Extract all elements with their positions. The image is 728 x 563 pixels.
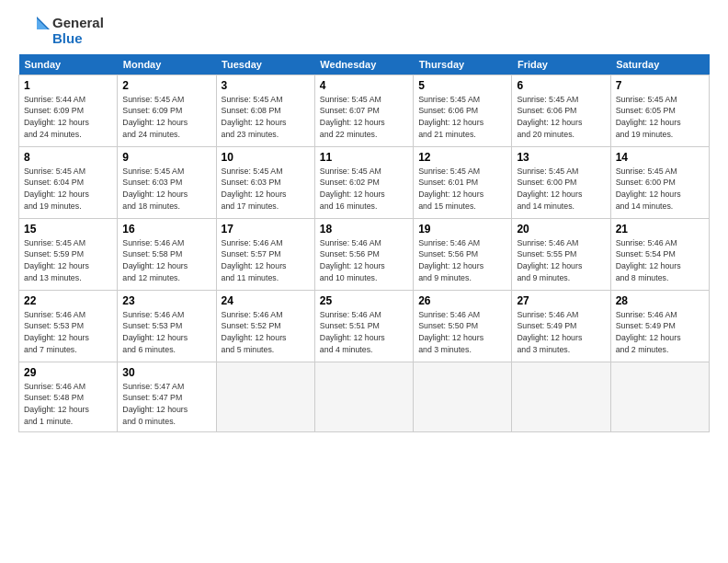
day-cell: 29Sunrise: 5:46 AMSunset: 5:48 PMDayligh… [19, 362, 118, 431]
day-info: Sunrise: 5:45 AMSunset: 6:07 PMDaylight:… [320, 94, 408, 141]
day-info: Sunrise: 5:46 AMSunset: 5:49 PMDaylight:… [616, 309, 704, 356]
day-info: Sunrise: 5:46 AMSunset: 5:51 PMDaylight:… [320, 309, 408, 356]
day-number: 10 [222, 151, 310, 164]
logo-graphic [18, 15, 50, 46]
day-info: Sunrise: 5:46 AMSunset: 5:57 PMDaylight:… [222, 237, 310, 284]
day-cell: 8Sunrise: 5:45 AMSunset: 6:04 PMDaylight… [19, 146, 118, 218]
day-cell: 4Sunrise: 5:45 AMSunset: 6:07 PMDaylight… [314, 75, 413, 146]
day-cell: 20Sunrise: 5:46 AMSunset: 5:55 PMDayligh… [512, 218, 610, 290]
day-info: Sunrise: 5:46 AMSunset: 5:48 PMDaylight:… [24, 381, 112, 428]
week-row-3: 15Sunrise: 5:45 AMSunset: 5:59 PMDayligh… [19, 218, 710, 290]
day-number: 9 [122, 151, 210, 164]
day-cell: 18Sunrise: 5:46 AMSunset: 5:56 PMDayligh… [314, 218, 413, 290]
day-cell: 21Sunrise: 5:46 AMSunset: 5:54 PMDayligh… [610, 218, 709, 290]
day-number: 30 [122, 366, 210, 379]
day-cell: 28Sunrise: 5:46 AMSunset: 5:49 PMDayligh… [610, 290, 709, 362]
day-number: 25 [320, 294, 408, 307]
day-cell [216, 362, 314, 431]
col-header-thursday: Thursday [414, 54, 512, 75]
day-info: Sunrise: 5:46 AMSunset: 5:55 PMDaylight:… [517, 237, 605, 284]
page: General Blue SundayMondayTuesdayWednesda… [0, 0, 728, 442]
day-number: 22 [24, 294, 112, 307]
day-info: Sunrise: 5:45 AMSunset: 6:08 PMDaylight:… [222, 94, 310, 141]
week-row-1: 1Sunrise: 5:44 AMSunset: 6:09 PMDaylight… [19, 75, 710, 146]
logo: General Blue [18, 15, 104, 47]
header-row: SundayMondayTuesdayWednesdayThursdayFrid… [19, 54, 710, 75]
day-number: 6 [517, 79, 605, 92]
day-cell: 24Sunrise: 5:46 AMSunset: 5:52 PMDayligh… [216, 290, 314, 362]
logo-container: General Blue [18, 15, 104, 47]
day-info: Sunrise: 5:44 AMSunset: 6:09 PMDaylight:… [24, 94, 112, 141]
day-cell: 17Sunrise: 5:46 AMSunset: 5:57 PMDayligh… [216, 218, 314, 290]
day-number: 12 [418, 151, 506, 164]
day-number: 7 [616, 79, 704, 92]
day-info: Sunrise: 5:46 AMSunset: 5:54 PMDaylight:… [616, 237, 704, 284]
day-cell: 25Sunrise: 5:46 AMSunset: 5:51 PMDayligh… [314, 290, 413, 362]
day-cell: 10Sunrise: 5:45 AMSunset: 6:03 PMDayligh… [216, 146, 314, 218]
day-info: Sunrise: 5:46 AMSunset: 5:53 PMDaylight:… [24, 309, 112, 356]
day-cell: 19Sunrise: 5:46 AMSunset: 5:56 PMDayligh… [414, 218, 512, 290]
day-number: 11 [320, 151, 408, 164]
day-number: 17 [222, 223, 310, 236]
day-cell: 2Sunrise: 5:45 AMSunset: 6:09 PMDaylight… [118, 75, 216, 146]
day-info: Sunrise: 5:45 AMSunset: 6:05 PMDaylight:… [616, 94, 704, 141]
col-header-tuesday: Tuesday [216, 54, 314, 75]
day-number: 16 [122, 223, 210, 236]
day-number: 14 [616, 151, 704, 164]
day-info: Sunrise: 5:45 AMSunset: 6:03 PMDaylight:… [122, 166, 210, 213]
day-number: 20 [517, 223, 605, 236]
day-number: 24 [222, 294, 310, 307]
day-cell: 26Sunrise: 5:46 AMSunset: 5:50 PMDayligh… [414, 290, 512, 362]
day-cell: 30Sunrise: 5:47 AMSunset: 5:47 PMDayligh… [118, 362, 216, 431]
day-number: 8 [24, 151, 112, 164]
day-cell: 5Sunrise: 5:45 AMSunset: 6:06 PMDaylight… [414, 75, 512, 146]
day-cell [314, 362, 413, 431]
day-cell: 16Sunrise: 5:46 AMSunset: 5:58 PMDayligh… [118, 218, 216, 290]
day-number: 26 [418, 294, 506, 307]
day-cell: 13Sunrise: 5:45 AMSunset: 6:00 PMDayligh… [512, 146, 610, 218]
col-header-monday: Monday [118, 54, 216, 75]
day-cell: 6Sunrise: 5:45 AMSunset: 6:06 PMDaylight… [512, 75, 610, 146]
day-info: Sunrise: 5:46 AMSunset: 5:56 PMDaylight:… [320, 237, 408, 284]
day-cell: 11Sunrise: 5:45 AMSunset: 6:02 PMDayligh… [314, 146, 413, 218]
day-info: Sunrise: 5:45 AMSunset: 6:02 PMDaylight:… [320, 166, 408, 213]
day-cell: 22Sunrise: 5:46 AMSunset: 5:53 PMDayligh… [19, 290, 118, 362]
day-number: 3 [222, 79, 310, 92]
col-header-sunday: Sunday [19, 54, 118, 75]
day-cell: 23Sunrise: 5:46 AMSunset: 5:53 PMDayligh… [118, 290, 216, 362]
week-row-2: 8Sunrise: 5:45 AMSunset: 6:04 PMDaylight… [19, 146, 710, 218]
day-cell: 7Sunrise: 5:45 AMSunset: 6:05 PMDaylight… [610, 75, 709, 146]
day-number: 2 [122, 79, 210, 92]
calendar-table: SundayMondayTuesdayWednesdayThursdayFrid… [18, 54, 710, 432]
week-row-5: 29Sunrise: 5:46 AMSunset: 5:48 PMDayligh… [19, 362, 710, 431]
day-info: Sunrise: 5:46 AMSunset: 5:52 PMDaylight:… [222, 309, 310, 356]
day-number: 23 [122, 294, 210, 307]
day-number: 19 [418, 223, 506, 236]
day-info: Sunrise: 5:46 AMSunset: 5:49 PMDaylight:… [517, 309, 605, 356]
day-cell: 9Sunrise: 5:45 AMSunset: 6:03 PMDaylight… [118, 146, 216, 218]
day-cell [512, 362, 610, 431]
day-info: Sunrise: 5:46 AMSunset: 5:56 PMDaylight:… [418, 237, 506, 284]
day-info: Sunrise: 5:45 AMSunset: 6:04 PMDaylight:… [24, 166, 112, 213]
day-info: Sunrise: 5:45 AMSunset: 6:00 PMDaylight:… [517, 166, 605, 213]
day-number: 27 [517, 294, 605, 307]
day-info: Sunrise: 5:45 AMSunset: 6:01 PMDaylight:… [418, 166, 506, 213]
day-cell [414, 362, 512, 431]
day-number: 4 [320, 79, 408, 92]
day-info: Sunrise: 5:46 AMSunset: 5:58 PMDaylight:… [122, 237, 210, 284]
day-cell: 15Sunrise: 5:45 AMSunset: 5:59 PMDayligh… [19, 218, 118, 290]
logo-text: General Blue [52, 15, 104, 47]
day-info: Sunrise: 5:45 AMSunset: 6:03 PMDaylight:… [222, 166, 310, 213]
col-header-wednesday: Wednesday [314, 54, 413, 75]
day-info: Sunrise: 5:45 AMSunset: 5:59 PMDaylight:… [24, 237, 112, 284]
day-number: 13 [517, 151, 605, 164]
day-cell: 1Sunrise: 5:44 AMSunset: 6:09 PMDaylight… [19, 75, 118, 146]
col-header-friday: Friday [512, 54, 610, 75]
day-info: Sunrise: 5:46 AMSunset: 5:53 PMDaylight:… [122, 309, 210, 356]
day-cell: 14Sunrise: 5:45 AMSunset: 6:00 PMDayligh… [610, 146, 709, 218]
day-number: 28 [616, 294, 704, 307]
svg-rect-0 [18, 15, 50, 46]
day-cell: 27Sunrise: 5:46 AMSunset: 5:49 PMDayligh… [512, 290, 610, 362]
day-cell [610, 362, 709, 431]
day-cell: 3Sunrise: 5:45 AMSunset: 6:08 PMDaylight… [216, 75, 314, 146]
